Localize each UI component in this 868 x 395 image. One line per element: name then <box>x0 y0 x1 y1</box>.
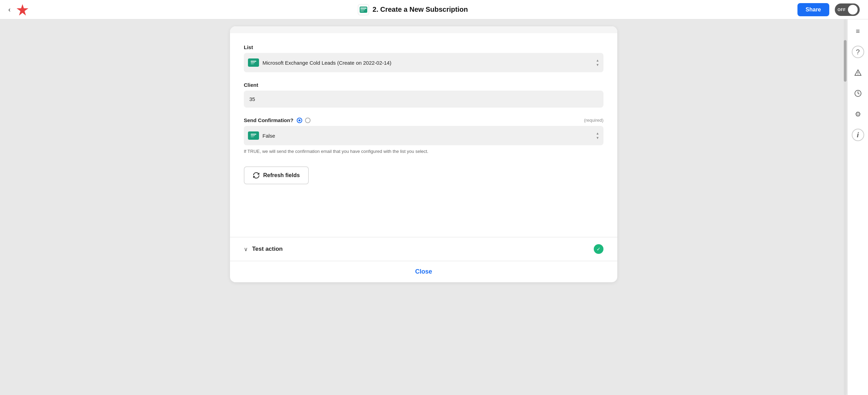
top-bar-left: ‹ <box>8 3 29 16</box>
radio-no[interactable] <box>305 118 311 123</box>
right-sidebar: ≡ ? ⚙ i <box>847 19 868 395</box>
card: List Microsoft Exchange Cold Leads (Crea… <box>230 26 617 282</box>
menu-icon[interactable]: ≡ <box>852 25 864 37</box>
svg-marker-0 <box>17 4 28 16</box>
radio-group <box>297 118 311 123</box>
check-circle-icon: ✓ <box>594 244 603 254</box>
page-title: 2. Create a New Subscription <box>358 4 468 15</box>
send-conf-arrows: ▲ ▼ <box>596 131 599 140</box>
send-conf-left: Send Confirmation? <box>244 117 311 123</box>
logo-icon <box>16 3 29 16</box>
top-bar-right: Share OFF <box>797 3 860 16</box>
close-button[interactable]: Close <box>415 268 432 275</box>
card-body: List Microsoft Exchange Cold Leads (Crea… <box>230 33 617 237</box>
send-conf-select[interactable]: False ▲ ▼ <box>244 126 603 145</box>
svg-rect-14 <box>251 64 254 64</box>
svg-rect-13 <box>251 62 255 63</box>
svg-line-10 <box>858 93 859 94</box>
close-bar: Close <box>230 261 617 282</box>
svg-point-7 <box>858 74 858 75</box>
toggle-label: OFF <box>838 8 846 12</box>
svg-rect-3 <box>360 9 365 10</box>
card-top <box>230 26 617 33</box>
list-select[interactable]: Microsoft Exchange Cold Leads (Create on… <box>244 53 603 72</box>
required-badge: (required) <box>584 118 603 123</box>
send-conf-header: Send Confirmation? (required) <box>244 117 603 123</box>
svg-rect-18 <box>251 137 254 137</box>
test-action-bar[interactable]: ∨ Test action ✓ <box>230 237 617 261</box>
refresh-section: Refresh fields <box>244 164 603 184</box>
back-button[interactable]: ‹ <box>8 6 11 13</box>
help-icon[interactable]: ? <box>852 46 864 58</box>
card-gap <box>244 184 603 226</box>
settings-icon[interactable]: ⚙ <box>852 108 864 120</box>
svg-rect-4 <box>360 11 364 11</box>
svg-rect-16 <box>251 134 256 135</box>
warning-icon[interactable] <box>852 66 864 79</box>
test-action-label: Test action <box>252 246 283 252</box>
helper-text: If TRUE, we will send the confirmation e… <box>244 149 603 154</box>
clock-icon[interactable] <box>852 87 864 100</box>
chevron-down-icon: ∨ <box>244 246 248 252</box>
refresh-icon <box>253 172 260 179</box>
list-label: List <box>244 44 603 50</box>
scroll-thumb[interactable] <box>844 40 847 82</box>
send-conf-field-group: Send Confirmation? (required) <box>244 117 603 154</box>
radio-yes[interactable] <box>297 118 302 123</box>
info-icon[interactable]: i <box>852 129 864 141</box>
client-input[interactable]: 35 <box>244 91 603 108</box>
list-value: Microsoft Exchange Cold Leads (Create on… <box>262 60 596 66</box>
svg-rect-17 <box>251 135 255 136</box>
top-bar: ‹ 2. Create a New Subscription Share OFF <box>0 0 868 19</box>
svg-rect-12 <box>251 61 256 62</box>
list-arrows: ▲ ▼ <box>596 58 599 67</box>
send-conf-label: Send Confirmation? <box>244 117 293 123</box>
scrollbar <box>844 19 847 395</box>
toggle-knob <box>848 5 858 15</box>
toggle-switch[interactable]: OFF <box>835 3 860 16</box>
send-conf-value: False <box>262 133 596 139</box>
refresh-fields-button[interactable]: Refresh fields <box>244 166 309 184</box>
client-field-group: Client 35 <box>244 82 603 108</box>
main-content: List Microsoft Exchange Cold Leads (Crea… <box>0 19 847 395</box>
list-select-icon <box>248 58 259 67</box>
list-field-group: List Microsoft Exchange Cold Leads (Crea… <box>244 44 603 72</box>
test-action-left: ∨ Test action <box>244 246 283 252</box>
client-label: Client <box>244 82 603 88</box>
send-conf-icon <box>248 131 259 140</box>
share-button[interactable]: Share <box>797 3 829 16</box>
svg-rect-2 <box>360 8 367 9</box>
step-icon <box>358 4 369 15</box>
